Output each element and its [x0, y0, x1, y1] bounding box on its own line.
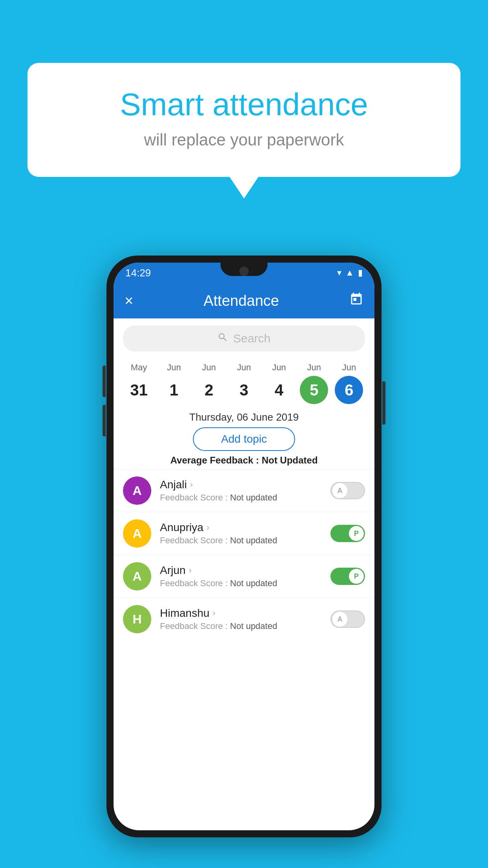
calendar-strip: May31Jun1Jun2Jun3Jun4Jun5Jun6 [114, 359, 374, 404]
attendance-toggle[interactable]: A [330, 611, 365, 628]
student-avatar: H [123, 605, 151, 633]
calendar-day-6[interactable]: Jun6 [333, 362, 365, 404]
phone-camera [239, 267, 249, 276]
status-time: 14:29 [125, 267, 151, 279]
search-placeholder: Search [233, 332, 270, 345]
toggle-knob: A [332, 612, 347, 627]
student-name: Anjali › [160, 478, 330, 491]
student-list: AAnjali ›Feedback Score : Not updatedAAA… [114, 469, 374, 640]
student-row[interactable]: AAnupriya ›Feedback Score : Not updatedP [114, 512, 374, 555]
toggle-switch[interactable]: P [330, 568, 365, 585]
signal-icon: ▲ [345, 268, 354, 278]
attendance-toggle[interactable]: P [330, 568, 365, 585]
calendar-day-5[interactable]: Jun5 [298, 362, 330, 404]
feedback-value: Not updated [230, 535, 277, 545]
calendar-day-4[interactable]: Jun4 [263, 362, 295, 404]
status-icons: ▾ ▲ ▮ [337, 268, 363, 278]
avg-feedback-label: Average Feedback : [170, 455, 259, 465]
cal-month-label: Jun [167, 362, 181, 373]
cal-date-number: 5 [300, 376, 328, 404]
student-avatar: A [123, 562, 151, 590]
calendar-day-3[interactable]: Jun3 [228, 362, 260, 404]
bubble-subtitle: will replace your paperwork [55, 131, 433, 149]
toggle-knob: A [332, 483, 347, 498]
student-feedback: Feedback Score : Not updated [160, 535, 330, 546]
cal-date-number: 31 [125, 376, 153, 404]
wifi-icon: ▾ [337, 268, 341, 278]
calendar-day-2[interactable]: Jun2 [193, 362, 225, 404]
cal-date-number: 1 [160, 376, 188, 404]
feedback-value: Not updated [230, 621, 277, 631]
student-avatar: A [123, 519, 151, 548]
phone-screen: 14:29 ▾ ▲ ▮ × Attendance [114, 263, 374, 830]
app-header: × Attendance [114, 283, 374, 318]
student-avatar: A [123, 476, 151, 505]
close-button[interactable]: × [125, 292, 133, 309]
calendar-day-1[interactable]: Jun1 [158, 362, 190, 404]
student-info: Himanshu ›Feedback Score : Not updated [160, 607, 330, 631]
chevron-icon: › [207, 522, 209, 533]
student-name: Himanshu › [160, 607, 330, 620]
feedback-value: Not updated [230, 493, 277, 502]
search-bar[interactable]: Search [123, 326, 365, 351]
student-name: Arjun › [160, 564, 330, 577]
cal-month-label: May [131, 362, 147, 373]
student-info: Anupriya ›Feedback Score : Not updated [160, 521, 330, 546]
chevron-icon: › [190, 480, 193, 490]
calendar-icon[interactable] [349, 292, 363, 309]
cal-month-label: Jun [342, 362, 356, 373]
cal-month-label: Jun [202, 362, 216, 373]
cal-date-number: 3 [230, 376, 258, 404]
add-topic-button[interactable]: Add topic [193, 427, 295, 451]
power-button [382, 381, 385, 425]
cal-month-label: Jun [307, 362, 321, 373]
chevron-icon: › [189, 565, 191, 576]
chevron-icon: › [213, 608, 215, 618]
cal-date-number: 4 [265, 376, 293, 404]
toggle-switch[interactable]: P [330, 525, 365, 542]
student-info: Anjali ›Feedback Score : Not updated [160, 478, 330, 503]
attendance-toggle[interactable]: P [330, 525, 365, 542]
toggle-switch[interactable]: A [330, 611, 365, 628]
student-row[interactable]: HHimanshu ›Feedback Score : Not updatedA [114, 598, 374, 640]
speech-bubble-container: Smart attendance will replace your paper… [28, 63, 460, 177]
student-info: Arjun ›Feedback Score : Not updated [160, 564, 330, 588]
vol-down-button [103, 405, 106, 436]
cal-month-label: Jun [272, 362, 286, 373]
speech-bubble: Smart attendance will replace your paper… [28, 63, 460, 177]
selected-date-label: Thursday, 06 June 2019 [114, 411, 374, 423]
battery-icon: ▮ [358, 268, 363, 278]
avg-feedback-value: Not Updated [262, 455, 318, 465]
student-feedback: Feedback Score : Not updated [160, 493, 330, 503]
avg-feedback: Average Feedback : Not Updated [114, 455, 374, 466]
toggle-knob: P [349, 569, 364, 584]
student-row[interactable]: AArjun ›Feedback Score : Not updatedP [114, 555, 374, 598]
phone-wrapper: 14:29 ▾ ▲ ▮ × Attendance [31, 256, 457, 837]
student-name: Anupriya › [160, 521, 330, 534]
cal-date-number: 2 [195, 376, 223, 404]
attendance-toggle[interactable]: A [330, 482, 365, 499]
student-feedback: Feedback Score : Not updated [160, 578, 330, 588]
bubble-title: Smart attendance [55, 86, 433, 123]
calendar-day-31[interactable]: May31 [123, 362, 155, 404]
vol-up-button [103, 366, 106, 397]
cal-date-number: 6 [335, 376, 363, 404]
toggle-switch[interactable]: A [330, 482, 365, 499]
student-row[interactable]: AAnjali ›Feedback Score : Not updatedA [114, 469, 374, 512]
search-icon [217, 332, 228, 346]
feedback-value: Not updated [230, 578, 277, 588]
phone: 14:29 ▾ ▲ ▮ × Attendance [106, 256, 382, 837]
toggle-knob: P [349, 526, 364, 541]
header-title: Attendance [204, 292, 279, 309]
cal-month-label: Jun [237, 362, 251, 373]
student-feedback: Feedback Score : Not updated [160, 621, 330, 631]
